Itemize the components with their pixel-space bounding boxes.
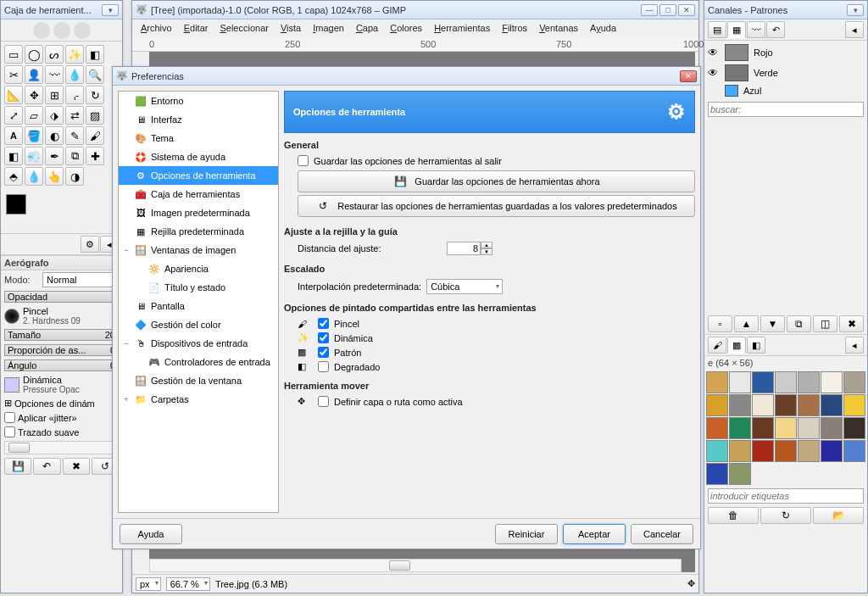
save-on-exit-checkbox[interactable] — [298, 155, 309, 166]
pattern-swatch[interactable] — [706, 394, 728, 416]
pattern-swatch[interactable] — [752, 371, 774, 393]
channels-tab[interactable]: ▦ — [727, 21, 746, 38]
unit-combo[interactable]: px — [136, 577, 161, 591]
lower-button[interactable]: ▼ — [760, 315, 785, 332]
size-slider[interactable]: Tamaño20 — [4, 329, 119, 341]
zoom-tool[interactable]: 🔍 — [86, 65, 104, 84]
pattern-swatch[interactable] — [821, 440, 843, 462]
pattern-swatch[interactable] — [798, 371, 820, 393]
airbrush-tool[interactable]: 💨 — [25, 147, 43, 165]
paintbrush-tool[interactable]: 🖌 — [86, 126, 104, 145]
menu-capa[interactable]: Capa — [351, 21, 383, 35]
scale-tool[interactable]: ⤢ — [4, 106, 23, 125]
panel-menu-button[interactable]: ▾ — [847, 4, 864, 16]
dynamics-preview-icon[interactable] — [4, 377, 19, 393]
pref-tree-node[interactable]: 🔷Gestión del color — [119, 315, 278, 334]
align-tool[interactable]: ⊞ — [45, 86, 64, 104]
reset-button[interactable]: Reiniciar — [495, 524, 558, 544]
tags-input[interactable] — [708, 488, 864, 504]
perspective-tool[interactable]: ⬗ — [45, 106, 64, 125]
perspective-clone-tool[interactable]: ⬘ — [4, 167, 23, 186]
pattern-swatch[interactable] — [706, 371, 728, 393]
pref-tree-node[interactable]: ▦Rejilla predeterminada — [119, 222, 278, 241]
pattern-swatch[interactable] — [843, 417, 865, 439]
pref-tree[interactable]: 🟩Entorno🖥Interfaz🎨Tema🛟Sistema de ayuda⚙… — [118, 91, 279, 513]
minimize-button[interactable]: — — [641, 4, 658, 16]
move-tool[interactable]: ✥ — [25, 86, 43, 104]
menu-vista[interactable]: Vista — [275, 21, 306, 35]
pattern-swatch[interactable] — [775, 440, 797, 462]
aspect-slider[interactable]: Proporción de as...0 — [4, 344, 119, 356]
measure-tool[interactable]: 📐 — [4, 86, 23, 104]
restore-preset-button[interactable]: ↶ — [33, 458, 60, 475]
menu-imagen[interactable]: Imagen — [308, 21, 349, 35]
raise-button[interactable]: ▲ — [734, 315, 759, 332]
jitter-checkbox[interactable] — [4, 412, 15, 423]
interpolation-combo[interactable]: Cúbica — [426, 279, 503, 294]
expand-icon[interactable]: − — [122, 246, 131, 254]
pattern-swatch[interactable] — [729, 417, 751, 439]
toolbox-titlebar[interactable]: Caja de herramient... ▾ — [1, 1, 122, 19]
pattern-swatch[interactable] — [821, 394, 843, 416]
pref-tree-node[interactable]: 🔆Apariencia — [119, 259, 278, 278]
pattern-swatch[interactable] — [775, 417, 797, 439]
pattern-swatch[interactable] — [843, 371, 865, 393]
angle-slider[interactable]: Ángulo0 — [4, 359, 119, 371]
bucket-fill-tool[interactable]: 🪣 — [25, 126, 43, 145]
restore-defaults-button[interactable]: ↺Restaurar las opciones de herramientas … — [298, 195, 695, 217]
move-active-checkbox[interactable] — [318, 396, 329, 407]
pref-tree-node[interactable]: 🛟Sistema de ayuda — [119, 148, 278, 166]
eye-icon[interactable]: 👁 — [708, 67, 720, 79]
h-scrollbar[interactable] — [149, 559, 682, 572]
pref-tree-node[interactable]: 🪟Gestión de la ventana — [119, 371, 278, 390]
pref-tree-node[interactable]: 🟩Entorno — [119, 92, 278, 110]
channel-row[interactable]: 👁Rojo — [706, 42, 865, 63]
pref-tree-node[interactable]: −🪟Ventanas de imagen — [119, 241, 278, 259]
patterns-tab[interactable]: ▩ — [727, 337, 746, 354]
pattern-swatch[interactable] — [752, 394, 774, 416]
pattern-swatch[interactable] — [775, 394, 797, 416]
paths-tab[interactable]: 〰 — [747, 21, 765, 38]
share-brush-checkbox[interactable] — [318, 318, 329, 329]
pencil-tool[interactable]: ✎ — [65, 126, 84, 145]
menu-ventanas[interactable]: Ventanas — [534, 21, 583, 35]
pattern-swatch[interactable] — [729, 371, 751, 393]
pattern-swatch[interactable] — [706, 440, 728, 462]
undo-tab[interactable]: ↶ — [766, 21, 785, 38]
foreground-select-tool[interactable]: 👤 — [25, 65, 43, 84]
pattern-swatch[interactable] — [752, 417, 774, 439]
pattern-swatch[interactable] — [775, 371, 797, 393]
scissors-tool[interactable]: ✂ — [4, 65, 23, 84]
tool-options-tab[interactable]: ⚙ — [81, 236, 99, 253]
free-select-tool[interactable]: ᔕ — [45, 45, 64, 64]
share-pattern-checkbox[interactable] — [318, 347, 329, 358]
layers-tab[interactable]: ▤ — [708, 21, 726, 38]
menu-filtros[interactable]: Filtros — [497, 21, 532, 35]
pref-tree-node[interactable]: 📄Título y estado — [119, 278, 278, 297]
channel-row[interactable]: 👁Verde — [706, 63, 865, 83]
pref-tree-node[interactable]: 🎮Controladores de entrada — [119, 353, 278, 371]
blend-tool[interactable]: ◐ — [45, 126, 64, 145]
delete-channel-button[interactable]: ✖ — [839, 315, 864, 332]
share-dynamics-checkbox[interactable] — [318, 332, 329, 343]
tab-menu-button[interactable]: ◂ — [845, 337, 864, 354]
pref-tree-node[interactable]: ⚙Opciones de herramienta — [119, 166, 278, 185]
color-select-tool[interactable]: ◧ — [86, 45, 104, 64]
mode-combo[interactable]: Normal — [42, 272, 119, 287]
tab-menu-button[interactable]: ◂ — [845, 21, 864, 38]
channel-search[interactable] — [708, 102, 864, 117]
toolbox-menu-button[interactable]: ▾ — [102, 4, 119, 16]
pattern-swatch[interactable] — [821, 417, 843, 439]
opacity-slider[interactable]: Opacidad — [4, 291, 119, 303]
pref-tree-node[interactable]: 🧰Caja de herramientas — [119, 185, 278, 203]
dodge-tool[interactable]: ◑ — [65, 167, 84, 186]
smooth-checkbox[interactable] — [4, 426, 15, 437]
pref-titlebar[interactable]: 🐺 Preferencias ✕ — [113, 67, 700, 86]
snap-distance-spinbox[interactable]: ▲▼ — [447, 242, 492, 255]
pattern-swatch[interactable] — [843, 440, 865, 462]
down-arrow-icon[interactable]: ▼ — [481, 248, 492, 255]
open-pattern-button[interactable]: 📂 — [813, 507, 864, 524]
share-gradient-checkbox[interactable] — [318, 361, 329, 372]
cancel-button[interactable]: Cancelar — [631, 524, 693, 544]
blur-tool[interactable]: 💧 — [25, 167, 43, 186]
